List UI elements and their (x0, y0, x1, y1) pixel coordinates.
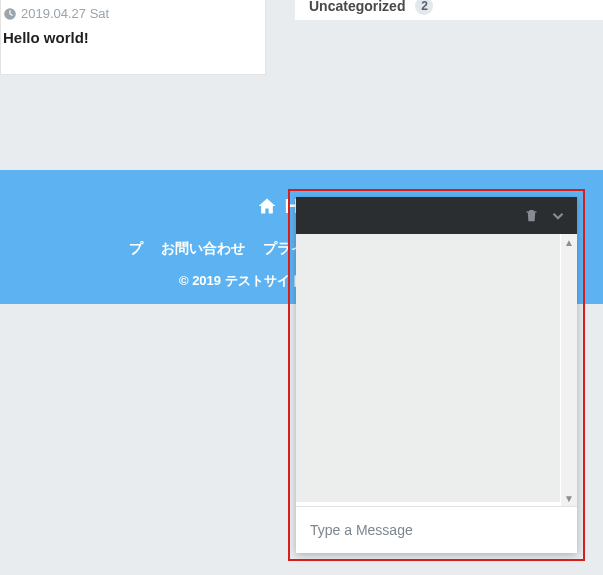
scrollbar[interactable]: ▲ ▼ (561, 234, 577, 506)
chat-input-row (296, 506, 577, 553)
post-card[interactable]: 2019.04.27 Sat Hello world! (0, 0, 266, 75)
clock-icon (3, 7, 17, 21)
chat-messages-area[interactable] (296, 234, 560, 502)
post-title[interactable]: Hello world! (3, 29, 265, 46)
chat-input[interactable] (310, 522, 563, 538)
scroll-down-arrow[interactable]: ▼ (561, 490, 577, 506)
post-date: 2019.04.27 Sat (3, 6, 265, 21)
chat-header (296, 197, 577, 234)
post-date-text: 2019.04.27 Sat (21, 6, 109, 21)
category-name: Uncategorized (309, 0, 405, 14)
footer-link-contact[interactable]: お問い合わせ (161, 240, 245, 258)
home-icon (256, 196, 278, 216)
trash-icon[interactable] (524, 208, 539, 223)
chevron-down-icon[interactable] (549, 207, 567, 225)
category-count: 2 (415, 0, 433, 15)
category-item[interactable]: Uncategorized 2 (295, 0, 603, 20)
footer-link-partial[interactable]: プ (129, 240, 143, 258)
chat-body-wrap: ▲ ▼ (296, 234, 577, 506)
chat-widget: ▲ ▼ (296, 197, 577, 553)
scroll-up-arrow[interactable]: ▲ (561, 234, 577, 250)
